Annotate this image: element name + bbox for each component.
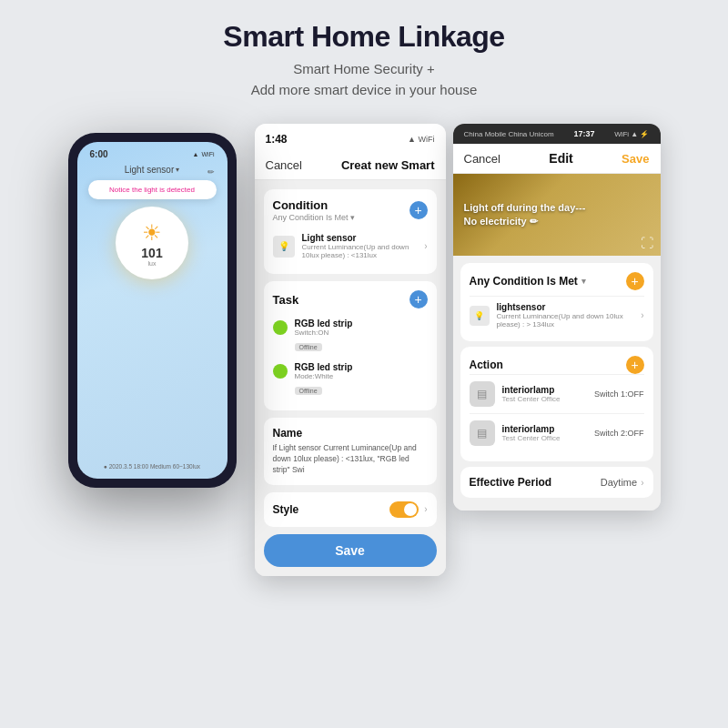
screen2-time: 17:37 xyxy=(573,129,594,138)
action-name-2: interiorlamp xyxy=(502,424,594,434)
light-sensor-icon: 💡 xyxy=(273,236,295,258)
task-section: Task + RGB led strip Switch:ON Offline xyxy=(264,281,437,410)
effective-period-value: Daytime xyxy=(601,477,637,488)
hero-text: Light off during the day--- No electrici… xyxy=(464,201,586,229)
screen2-cancel-button[interactable]: Cancel xyxy=(464,152,500,166)
task-dot-icon xyxy=(273,320,288,335)
screen2-title: Edit xyxy=(549,151,572,166)
name-section: Name If Light sensor Current Luminance(U… xyxy=(264,418,437,485)
screen2-nav: Cancel Edit Save xyxy=(453,144,661,174)
action-item-1[interactable]: ▤ interiorlamp Test Center Office Switch… xyxy=(470,374,644,413)
phone-status-icons: ▲ WiFi xyxy=(193,151,215,157)
action-title: Action xyxy=(470,359,503,371)
action-value-2: Switch 2:OFF xyxy=(594,429,644,438)
action-section: Action + ▤ interiorlamp Test Center Offi… xyxy=(460,347,653,461)
phone-footer: ● 2020.3.5 18:00 Medium 60~130lux xyxy=(77,463,228,470)
task-sub-2: Mode:White xyxy=(295,372,428,380)
notice-bubble: Notice the light is detected xyxy=(88,180,217,199)
page-header: Smart Home Linkage Smart Home Security +… xyxy=(0,0,728,115)
task-title: Task xyxy=(273,293,299,307)
offline-badge-1: Offline xyxy=(295,343,322,351)
screen1-cancel-button[interactable]: Cancel xyxy=(266,158,302,172)
screen2-body: Any Condition Is Met ▾ + 💡 lightsensor C… xyxy=(453,256,661,511)
main-area: 6:00 ▲ WiFi Light sensor ▾ ✏ Notice the … xyxy=(0,115,728,576)
screen2-topbar: China Mobile China Unicom 17:37 WiFi ▲ ⚡ xyxy=(453,124,661,144)
action-add-button[interactable]: + xyxy=(626,356,644,374)
action-value-1: Switch 1:OFF xyxy=(594,389,644,399)
screen1-nav: Cancel Creat new Smart xyxy=(255,153,446,180)
sun-icon: ☀ xyxy=(142,220,162,246)
sun-circle: ☀ 101 lux xyxy=(116,207,188,279)
task-sub-1: Switch:ON xyxy=(295,329,428,337)
condition-subtitle: Any Condition Is Met ▾ xyxy=(273,213,356,222)
screen2-save-button[interactable]: Save xyxy=(622,152,649,166)
effective-period-section[interactable]: Effective Period Daytime › xyxy=(460,467,653,498)
screens-area: 1:48 ▲ WiFi Cancel Creat new Smart Condi… xyxy=(255,124,661,576)
screen1-status-icons: ▲ WiFi xyxy=(408,135,434,144)
screen1-time: 1:48 xyxy=(266,133,288,146)
task-item-1: RGB led strip Switch:ON Offline xyxy=(273,314,428,358)
task-dot-icon-2 xyxy=(273,364,288,379)
chevron-down-icon: ▾ xyxy=(176,166,179,174)
action-item-2[interactable]: ▤ interiorlamp Test Center Office Switch… xyxy=(470,413,644,452)
task-add-button[interactable]: + xyxy=(410,290,428,308)
effective-period-label: Effective Period xyxy=(470,476,552,489)
task-item-2: RGB led strip Mode:White Offline xyxy=(273,358,428,401)
style-label: Style xyxy=(273,503,299,516)
screen2-condition-section: Any Condition Is Met ▾ + 💡 lightsensor C… xyxy=(460,263,653,341)
chevron-right-icon-eff: › xyxy=(641,478,643,488)
chevron-right-icon-style: › xyxy=(424,504,427,514)
action-sub-1: Test Center Office xyxy=(502,395,594,403)
screen1: 1:48 ▲ WiFi Cancel Creat new Smart Condi… xyxy=(255,124,446,576)
screen2-condition-title: Any Condition Is Met ▾ xyxy=(470,275,586,288)
edit-icon[interactable]: ✏ xyxy=(207,167,215,177)
task-name-2: RGB led strip xyxy=(295,362,428,372)
lux-value: 101 xyxy=(141,246,162,260)
condition-item[interactable]: 💡 Light sensor Current Luminance(Up and … xyxy=(273,228,428,265)
phone-screen-title: Light sensor xyxy=(125,165,174,175)
expand-icon[interactable]: ⛶ xyxy=(641,236,653,250)
name-value: If Light sensor Current Luminance(Up and… xyxy=(273,443,428,476)
screen2-carrier: China Mobile China Unicom xyxy=(464,130,554,138)
condition-desc: Current Luminance(Up and down 10lux plea… xyxy=(302,243,425,259)
chevron-right-icon: › xyxy=(424,241,427,251)
action-sub-2: Test Center Office xyxy=(502,434,594,442)
lamp-icon-2: ▤ xyxy=(470,420,495,446)
action-name-1: interiorlamp xyxy=(502,385,594,395)
page-title: Smart Home Linkage xyxy=(18,20,710,54)
task-name-1: RGB led strip xyxy=(295,318,428,329)
phone-time: 6:00 xyxy=(90,149,108,159)
offline-badge-2: Offline xyxy=(295,387,322,395)
screen2-status-icons: WiFi ▲ ⚡ xyxy=(614,130,649,138)
screen2-cond-desc: Current Luminance(Up and down 10lux plea… xyxy=(497,312,642,329)
name-label: Name xyxy=(273,427,428,440)
condition-name: Light sensor xyxy=(302,233,425,243)
page-subtitle: Smart Home Security + Add more smart dev… xyxy=(18,59,710,100)
condition-title: Condition xyxy=(273,198,356,212)
condition-section: Condition Any Condition Is Met ▾ + 💡 Lig… xyxy=(264,189,437,274)
condition-add-button[interactable]: + xyxy=(410,201,428,219)
screen1-title: Creat new Smart xyxy=(341,158,435,172)
screen1-topbar: 1:48 ▲ WiFi xyxy=(255,124,446,153)
screen2-condition-add-button[interactable]: + xyxy=(626,272,644,290)
style-section: Style › xyxy=(264,492,437,527)
screen1-body: Condition Any Condition Is Met ▾ + 💡 Lig… xyxy=(255,180,446,576)
style-toggle[interactable] xyxy=(389,501,419,518)
screen2-sensor-icon: 💡 xyxy=(470,306,490,326)
lux-unit: lux xyxy=(148,260,157,267)
phone-mockup: 6:00 ▲ WiFi Light sensor ▾ ✏ Notice the … xyxy=(68,133,237,488)
screen2-condition-item[interactable]: 💡 lightsensor Current Luminance(Up and d… xyxy=(470,296,644,332)
screen2: China Mobile China Unicom 17:37 WiFi ▲ ⚡… xyxy=(453,124,661,511)
phone-screen: 6:00 ▲ WiFi Light sensor ▾ ✏ Notice the … xyxy=(77,142,228,479)
hero-image: Light off during the day--- No electrici… xyxy=(453,174,661,256)
lamp-icon-1: ▤ xyxy=(470,381,495,407)
save-button[interactable]: Save xyxy=(264,534,437,567)
screen2-cond-name: lightsensor xyxy=(497,302,642,312)
chevron-down-icon: ▾ xyxy=(581,277,586,286)
chevron-right-icon-s2: › xyxy=(641,310,643,320)
